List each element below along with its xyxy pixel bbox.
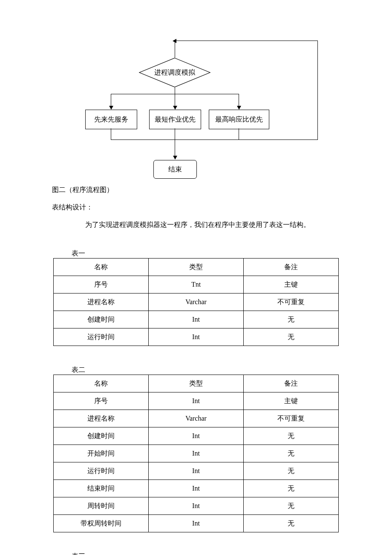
table-cell: 无	[244, 445, 339, 462]
branch-box-2: 最短作业优先	[149, 110, 201, 129]
table-cell: 无	[244, 462, 339, 480]
table-cell: Varchar	[149, 410, 244, 427]
decision-node: 进程调度模拟	[138, 58, 139, 58]
data-table: 名称类型备注序号Tnt主键进程名称Varchar不可重复创建时间Int无运行时间…	[53, 258, 339, 346]
table-cell: 类型	[149, 259, 244, 276]
table-cell: Int	[149, 392, 244, 410]
table-row: 名称类型备注	[54, 259, 339, 276]
table-row: 运行时间Int无	[54, 462, 339, 480]
end-label: 结束	[168, 165, 182, 174]
table-cell: 结束时间	[54, 480, 149, 497]
table-cell: 运行时间	[54, 462, 149, 480]
data-table: 名称类型备注序号Int主键进程名称Varchar不可重复创建时间Int无开始时间…	[53, 375, 339, 532]
decision-label: 进程调度模拟	[138, 60, 211, 85]
table-cell: 主键	[244, 276, 339, 293]
table-cell: 进程名称	[54, 293, 149, 311]
table-cell: 主键	[244, 392, 339, 410]
table-cell: Varchar	[149, 293, 244, 311]
end-node: 结束	[153, 160, 197, 179]
table-cell: 不可重复	[244, 410, 339, 427]
table-cell: 运行时间	[54, 328, 149, 346]
table-cell: Int	[149, 480, 244, 497]
table-cell: Int	[149, 515, 244, 532]
table-cell: 类型	[149, 375, 244, 392]
flowchart-diagram: 进程调度模拟 先来先服务 最短作业优先 最高响应比优先 结束	[85, 36, 349, 181]
table-cell: Int	[149, 445, 244, 462]
branch-box-1: 先来先服务	[85, 110, 137, 129]
branch-label-1: 先来先服务	[94, 115, 128, 124]
table-row: 开始时间Int无	[54, 445, 339, 462]
table-cell: 备注	[244, 259, 339, 276]
table-row: 进程名称Varchar不可重复	[54, 293, 339, 311]
table-cell: 开始时间	[54, 445, 149, 462]
table-row: 创建时间Int无	[54, 427, 339, 445]
table-cell: Int	[149, 497, 244, 515]
table-cell: Int	[149, 427, 244, 445]
table-cell: 周转时间	[54, 497, 149, 515]
table-row: 运行时间Int无	[54, 328, 339, 346]
table-row: 周转时间Int无	[54, 497, 339, 515]
table-row: 结束时间Int无	[54, 480, 339, 497]
table-cell: Int	[149, 311, 244, 328]
table-cell: 备注	[244, 375, 339, 392]
table-label: 表三	[72, 552, 392, 555]
table-row: 进程名称Varchar不可重复	[54, 410, 339, 427]
table-row: 带权周转时间Int无	[54, 515, 339, 532]
table-cell: 无	[244, 497, 339, 515]
table-cell: 进程名称	[54, 410, 149, 427]
table-cell: 创建时间	[54, 427, 149, 445]
table-cell: 创建时间	[54, 311, 149, 328]
table-row: 名称类型备注	[54, 375, 339, 392]
table-cell: 带权周转时间	[54, 515, 149, 532]
table-cell: 无	[244, 427, 339, 445]
branch-label-2: 最短作业优先	[155, 115, 196, 124]
table-cell: 无	[244, 480, 339, 497]
branch-box-3: 最高响应比优先	[209, 110, 269, 129]
table-cell: Int	[149, 328, 244, 346]
paragraph: 为了实现进程调度模拟器这一程序，我们在程序中主要使用了表这一结构。	[85, 221, 392, 230]
figure-caption: 图二（程序流程图）	[52, 186, 392, 195]
table-cell: Tnt	[149, 276, 244, 293]
table-cell: 序号	[54, 276, 149, 293]
table-cell: 无	[244, 311, 339, 328]
table-cell: 无	[244, 328, 339, 346]
table-cell: 无	[244, 515, 339, 532]
table-row: 序号Tnt主键	[54, 276, 339, 293]
table-cell: 名称	[54, 259, 149, 276]
section-heading: 表结构设计：	[52, 203, 392, 212]
table-cell: 序号	[54, 392, 149, 410]
table-row: 序号Int主键	[54, 392, 339, 410]
table-cell: 不可重复	[244, 293, 339, 311]
table-cell: Int	[149, 462, 244, 480]
table-cell: 名称	[54, 375, 149, 392]
branch-label-3: 最高响应比优先	[215, 115, 263, 124]
table-label: 表二	[72, 366, 392, 375]
table-row: 创建时间Int无	[54, 311, 339, 328]
table-label: 表一	[72, 249, 392, 258]
